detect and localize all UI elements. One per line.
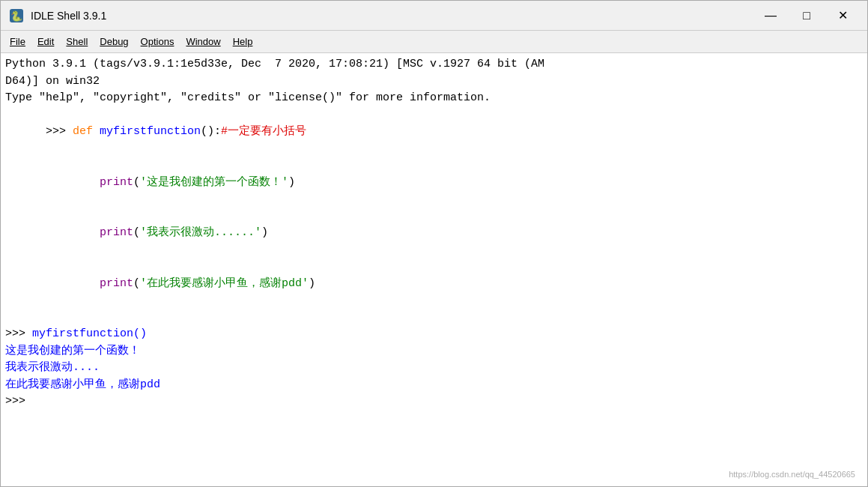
menu-options[interactable]: Options xyxy=(135,34,180,49)
window-controls: — □ ✕ xyxy=(753,4,860,27)
def-line: >>> def myfirstfunction():#一定要有小括号 xyxy=(5,107,863,158)
output-line1: 这是我创建的第一个函数！ xyxy=(5,343,863,360)
idle-shell-window: 🐍 IDLE Shell 3.9.1 — □ ✕ File Edit Shell… xyxy=(0,0,868,487)
output-line3: 在此我要感谢小甲鱼，感谢pdd xyxy=(5,377,863,394)
menu-edit[interactable]: Edit xyxy=(31,34,60,49)
print-line1: print('这是我创建的第一个函数！') xyxy=(5,157,863,208)
maximize-button[interactable]: □ xyxy=(789,4,824,27)
call-line: >>> myfirstfunction() xyxy=(5,326,863,343)
minimize-button[interactable]: — xyxy=(753,4,788,27)
menu-debug[interactable]: Debug xyxy=(94,34,134,49)
watermark: https://blog.csdn.net/qq_44520665 xyxy=(729,468,855,481)
app-icon: 🐍 xyxy=(8,7,25,24)
menu-file[interactable]: File xyxy=(4,34,31,49)
title-bar: 🐍 IDLE Shell 3.9.1 — □ ✕ xyxy=(1,1,867,31)
menu-help[interactable]: Help xyxy=(227,34,259,49)
menu-window[interactable]: Window xyxy=(180,34,226,49)
print-line3: print('在此我要感谢小甲鱼，感谢pdd') xyxy=(5,258,863,309)
print-line2: print('我表示很激动......') xyxy=(5,208,863,259)
blank-line xyxy=(5,309,863,327)
close-button[interactable]: ✕ xyxy=(825,4,860,27)
startup-line3: Type "help", "copyright", "credits" or "… xyxy=(5,90,863,107)
shell-content[interactable]: Python 3.9.1 (tags/v3.9.1:1e5d33e, Dec 7… xyxy=(1,53,867,486)
startup-line2: D64)] on win32 xyxy=(5,73,863,91)
window-title: IDLE Shell 3.9.1 xyxy=(31,10,753,22)
menu-shell[interactable]: Shell xyxy=(60,34,94,49)
menu-bar: File Edit Shell Debug Options Window Hel… xyxy=(1,31,867,53)
output-line2: 我表示很激动.... xyxy=(5,360,863,377)
svg-text:🐍: 🐍 xyxy=(10,10,23,22)
startup-line1: Python 3.9.1 (tags/v3.9.1:1e5d33e, Dec 7… xyxy=(5,56,863,73)
prompt-line: >>> xyxy=(5,393,863,411)
